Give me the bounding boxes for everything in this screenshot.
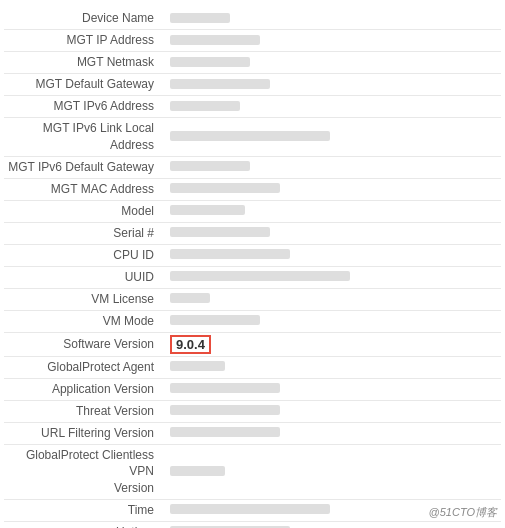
row-value — [164, 312, 501, 330]
row-value — [164, 358, 501, 376]
table-row: Serial # — [4, 223, 501, 245]
row-value — [164, 463, 501, 481]
row-label: GlobalProtect Agent — [4, 357, 164, 378]
row-value — [164, 158, 501, 176]
row-value — [164, 424, 501, 442]
row-value — [164, 180, 501, 198]
row-value — [164, 98, 501, 116]
row-label: GlobalProtect Clientless VPNVersion — [4, 445, 164, 499]
table-row: Software Version9.0.4 — [4, 333, 501, 357]
table-row: Uptime — [4, 522, 501, 528]
row-label: MGT IPv6 Default Gateway — [4, 157, 164, 178]
row-label: VM Mode — [4, 311, 164, 332]
table-row: GlobalProtect Clientless VPNVersion — [4, 445, 501, 500]
table-row: Threat Version — [4, 401, 501, 423]
row-value — [164, 54, 501, 72]
table-row: MGT IPv6 Link Local Address — [4, 118, 501, 157]
table-row: CPU ID — [4, 245, 501, 267]
table-row: Model — [4, 201, 501, 223]
row-label: MGT Default Gateway — [4, 74, 164, 95]
info-table: Device NameMGT IP AddressMGT NetmaskMGT … — [0, 0, 505, 528]
row-value — [164, 32, 501, 50]
row-label: Software Version — [4, 334, 164, 355]
row-value — [164, 290, 501, 308]
row-label: MGT IPv6 Address — [4, 96, 164, 117]
row-value — [164, 128, 501, 146]
row-label: CPU ID — [4, 245, 164, 266]
table-row: GlobalProtect Agent — [4, 357, 501, 379]
row-value — [164, 10, 501, 28]
row-label: Device Name — [4, 8, 164, 29]
row-value — [164, 76, 501, 94]
table-row: MGT IP Address — [4, 30, 501, 52]
row-label: VM License — [4, 289, 164, 310]
row-value — [164, 523, 501, 528]
row-value — [164, 246, 501, 264]
table-row: Device Name — [4, 8, 501, 30]
table-row: Application Version — [4, 379, 501, 401]
row-label: Model — [4, 201, 164, 222]
row-label: Application Version — [4, 379, 164, 400]
table-row: MGT MAC Address — [4, 179, 501, 201]
table-row: MGT IPv6 Address — [4, 96, 501, 118]
row-label: Threat Version — [4, 401, 164, 422]
table-row: UUID — [4, 267, 501, 289]
row-label: URL Filtering Version — [4, 423, 164, 444]
table-row: MGT Default Gateway — [4, 74, 501, 96]
row-value — [164, 402, 501, 420]
table-row: Time — [4, 500, 501, 522]
row-value — [164, 202, 501, 220]
row-value — [164, 224, 501, 242]
row-label: UUID — [4, 267, 164, 288]
software-version-value: 9.0.4 — [170, 335, 211, 354]
row-label: MGT MAC Address — [4, 179, 164, 200]
row-value — [164, 268, 501, 286]
table-row: VM License — [4, 289, 501, 311]
row-label: Uptime — [4, 522, 164, 528]
row-label: MGT IPv6 Link Local Address — [4, 118, 164, 156]
row-value — [164, 380, 501, 398]
row-value: 9.0.4 — [164, 333, 501, 356]
table-row: URL Filtering Version — [4, 423, 501, 445]
watermark: @51CTO博客 — [429, 505, 497, 520]
row-label: MGT IP Address — [4, 30, 164, 51]
row-label: MGT Netmask — [4, 52, 164, 73]
table-row: VM Mode — [4, 311, 501, 333]
table-row: MGT IPv6 Default Gateway — [4, 157, 501, 179]
row-label: Serial # — [4, 223, 164, 244]
row-label: Time — [4, 500, 164, 521]
table-row: MGT Netmask — [4, 52, 501, 74]
